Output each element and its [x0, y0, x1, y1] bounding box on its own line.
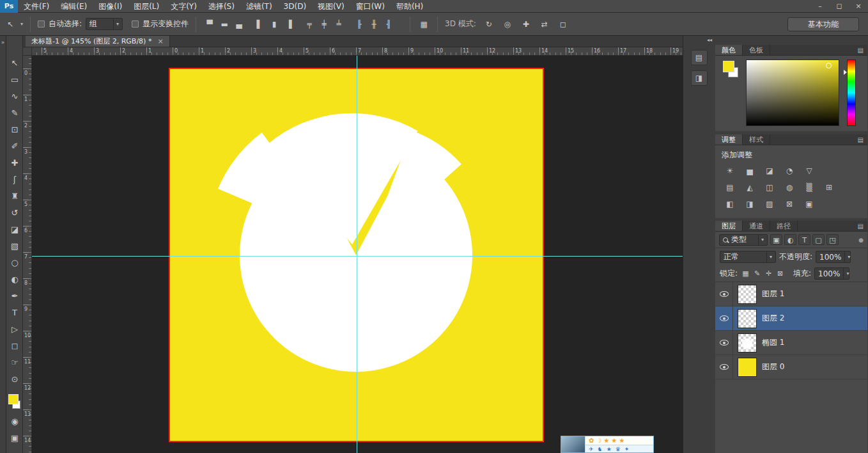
lock-position-icon[interactable]: ✛ — [764, 269, 773, 278]
align-icon[interactable]: ╟ — [353, 18, 366, 31]
color-tab-0[interactable]: 颜色 — [715, 45, 743, 55]
promo-icon[interactable]: ✈ — [589, 446, 594, 452]
panel-menu-icon[interactable]: ▤ — [854, 134, 867, 145]
align-icon[interactable]: ▐ — [283, 18, 295, 31]
layer-row[interactable]: 图层 1 — [715, 282, 867, 306]
menu-item-0[interactable]: 文件(F) — [18, 0, 55, 13]
spot-healing-brush-tool[interactable]: ✚ — [6, 155, 23, 171]
menu-item-9[interactable]: 窗口(W) — [350, 0, 391, 13]
visibility-eye-icon[interactable] — [720, 364, 729, 370]
pen-tool[interactable]: ✒ — [6, 288, 23, 305]
adjustment-icon[interactable]: ◍ — [782, 182, 796, 193]
visibility-cell[interactable] — [715, 282, 733, 306]
move-tool[interactable]: ↖ — [6, 55, 23, 72]
adjustments-tab-1[interactable]: 样式 — [743, 134, 770, 145]
eyedropper-tool[interactable]: ✐ — [6, 138, 23, 155]
align-icon[interactable]: ▄ — [233, 18, 245, 31]
horizontal-guide[interactable] — [32, 256, 683, 257]
visibility-eye-icon[interactable] — [720, 340, 729, 346]
gradient-tool[interactable]: ▧ — [6, 238, 23, 255]
3d-mode-icon[interactable]: ↻ — [483, 18, 495, 31]
layer-row[interactable]: 椭圆 1 — [715, 331, 867, 355]
crop-tool[interactable]: ⊡ — [6, 122, 23, 138]
adjustment-icon[interactable]: ⊞ — [822, 182, 836, 193]
layer-thumbnail[interactable] — [738, 309, 757, 328]
toolbar-foreground-swatch[interactable] — [8, 394, 19, 404]
filter-pixel-layers-icon[interactable]: ▣ — [770, 234, 782, 245]
history-brush-tool[interactable]: ↺ — [6, 205, 23, 221]
dodge-tool[interactable]: ◐ — [6, 271, 23, 288]
adjustment-icon[interactable]: ⊠ — [782, 198, 796, 210]
blend-mode-dropdown[interactable]: 正常 ▾ — [720, 251, 776, 263]
menu-item-1[interactable]: 编辑(E) — [55, 0, 93, 13]
visibility-cell[interactable] — [715, 306, 733, 330]
visibility-cell[interactable] — [715, 355, 733, 379]
promo-popup[interactable]: ✿☽★★★ ✈♞★♛✦ — [561, 436, 654, 453]
align-icon[interactable]: ╤ — [303, 18, 316, 31]
align-icon[interactable]: ╢ — [382, 18, 395, 31]
layer-thumbnail[interactable] — [738, 333, 757, 353]
show-transform-checkbox[interactable] — [132, 20, 139, 28]
tool-preset-arrow-icon[interactable]: ▾ — [20, 21, 23, 27]
vertical-guide[interactable] — [357, 56, 357, 453]
horizontal-ruler[interactable]: 54321012345678910111213141516171819 — [32, 47, 683, 56]
foreground-color-swatch[interactable] — [723, 61, 734, 72]
current-tool-icon[interactable]: ↖ — [4, 18, 17, 31]
collapse-panels-chevron[interactable]: ◂◂ — [683, 36, 715, 45]
color-tab-1[interactable]: 色板 — [743, 45, 770, 55]
fill-dropdown[interactable]: 100% ▾ — [814, 267, 849, 280]
saturation-brightness-box[interactable] — [746, 60, 839, 126]
3d-mode-icon[interactable]: ◻ — [557, 18, 570, 31]
menu-item-6[interactable]: 滤镜(T) — [240, 0, 278, 13]
opacity-dropdown[interactable]: 100% ▾ — [816, 251, 851, 263]
layer-thumbnail[interactable] — [738, 358, 757, 377]
close-button[interactable]: × — [849, 0, 868, 13]
filter-smart-object-icon[interactable]: ◳ — [826, 234, 839, 245]
brush-tool[interactable]: ʃ — [6, 171, 23, 188]
hue-slider[interactable] — [847, 60, 856, 126]
menu-item-3[interactable]: 图层(L) — [128, 0, 165, 13]
horizontal-type-tool[interactable]: T — [6, 305, 23, 321]
vertical-ruler[interactable]: 01234567891011121314 — [23, 56, 32, 453]
panel-menu-icon[interactable]: ▤ — [854, 221, 867, 231]
workspace-switcher-button[interactable]: 基本功能 — [787, 17, 859, 31]
adjustment-icon[interactable]: ◪ — [763, 165, 777, 177]
layer-filter-toggle[interactable]: ● — [858, 237, 864, 243]
layers-tab-1[interactable]: 通道 — [743, 221, 770, 231]
hand-tool[interactable]: ☞ — [6, 354, 23, 371]
layer-row[interactable]: 图层 0 — [715, 355, 867, 379]
filter-adjustment-layers-icon[interactable]: ◐ — [784, 234, 796, 245]
filter-type-layers-icon[interactable]: T — [798, 234, 810, 245]
align-icon[interactable]: ╧ — [332, 18, 345, 31]
adjustment-icon[interactable]: ▒ — [802, 182, 816, 193]
3d-mode-icon[interactable]: ✚ — [520, 18, 532, 31]
layer-row[interactable]: 图层 2 — [715, 306, 867, 331]
tab-close-icon[interactable]: × — [157, 37, 163, 45]
promo-icon[interactable]: ♛ — [616, 446, 621, 452]
menu-item-4[interactable]: 文字(Y) — [165, 0, 203, 13]
hue-marker[interactable] — [844, 70, 847, 75]
align-icon[interactable]: ╫ — [368, 18, 380, 31]
promo-icon[interactable]: ✦ — [624, 446, 630, 452]
align-icon[interactable]: ╪ — [318, 18, 330, 31]
adjustment-icon[interactable]: ◔ — [782, 165, 796, 177]
menu-item-8[interactable]: 视图(V) — [312, 0, 350, 13]
ellipse-tool[interactable]: ◻ — [6, 338, 23, 354]
quick-selection-tool[interactable]: ✎ — [6, 105, 23, 122]
lock-pixels-icon[interactable]: ✎ — [752, 269, 762, 278]
visibility-eye-icon[interactable] — [720, 315, 729, 321]
adjustment-icon[interactable]: ▨ — [763, 198, 777, 210]
adjustment-icon[interactable]: ▣ — [802, 198, 816, 210]
menu-item-5[interactable]: 选择(S) — [203, 0, 240, 13]
visibility-eye-icon[interactable] — [720, 291, 729, 297]
minimize-button[interactable]: – — [810, 0, 830, 13]
history-panel-icon[interactable]: ▤ — [691, 50, 708, 65]
path-selection-tool[interactable]: ▷ — [6, 321, 23, 338]
align-icon[interactable]: ▬ — [218, 18, 231, 31]
adjustment-icon[interactable]: ▅ — [743, 165, 757, 177]
clone-stamp-tool[interactable]: ♜ — [6, 188, 23, 205]
restore-button[interactable]: ◻ — [830, 0, 849, 13]
lock-transparency-icon[interactable]: ▦ — [741, 269, 750, 278]
align-icon[interactable]: ▮ — [268, 18, 281, 31]
screen-mode-button[interactable]: ▣ — [6, 430, 23, 447]
